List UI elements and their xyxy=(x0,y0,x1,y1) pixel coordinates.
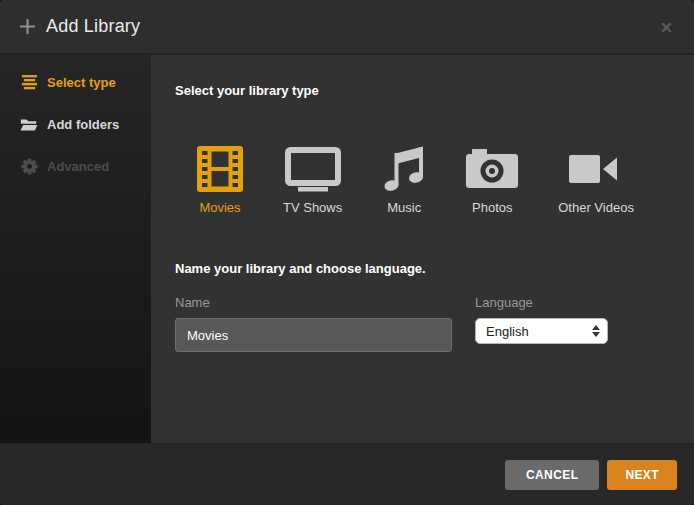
language-select[interactable]: English xyxy=(475,318,608,344)
name-field-label: Name xyxy=(175,295,452,311)
library-type-label: Other Videos xyxy=(558,200,634,215)
wizard-steps-sidebar: Select type Add folders xyxy=(0,55,151,443)
language-select-value: English xyxy=(486,324,529,339)
filmstrip-icon xyxy=(197,145,243,193)
sidebar-item-select-type[interactable]: Select type xyxy=(0,61,151,103)
library-type-label: TV Shows xyxy=(283,200,342,215)
sidebar-item-label: Add folders xyxy=(47,117,119,132)
close-icon[interactable] xyxy=(656,17,676,37)
library-type-movies[interactable]: Movies xyxy=(197,145,243,215)
library-type-label: Movies xyxy=(199,200,240,215)
library-type-label: Music xyxy=(387,200,421,215)
dialog-title: Add Library xyxy=(46,16,140,37)
updown-arrows-icon xyxy=(592,325,600,337)
camera-icon xyxy=(466,145,518,193)
type-section-heading: Select your library type xyxy=(151,55,694,99)
music-note-icon xyxy=(382,145,426,193)
sidebar-item-advanced[interactable]: Advanced xyxy=(0,145,151,187)
sidebar-item-label: Select type xyxy=(47,75,116,90)
library-type-other-videos[interactable]: Other Videos xyxy=(558,145,634,215)
library-type-photos[interactable]: Photos xyxy=(466,145,518,215)
library-type-tv-shows[interactable]: TV Shows xyxy=(283,145,342,215)
name-section-heading: Name your library and choose language. xyxy=(151,215,694,277)
list-bars-icon xyxy=(20,74,38,90)
add-library-dialog: Add Library Select type Add folders xyxy=(0,0,694,505)
main-panel: Select your library type Movies xyxy=(151,55,694,443)
plus-icon xyxy=(20,19,35,34)
sidebar-item-label: Advanced xyxy=(47,159,109,174)
folder-open-icon xyxy=(20,117,38,132)
dialog-header: Add Library xyxy=(0,0,694,55)
tv-icon xyxy=(285,145,341,193)
library-type-label: Photos xyxy=(472,200,512,215)
gear-icon xyxy=(20,158,38,175)
language-field-label: Language xyxy=(475,295,608,311)
cancel-button[interactable]: CANCEL xyxy=(505,460,599,490)
library-type-music[interactable]: Music xyxy=(382,145,426,215)
dialog-footer: CANCEL NEXT xyxy=(0,443,694,505)
next-button[interactable]: NEXT xyxy=(607,460,677,490)
library-type-row: Movies TV Shows xyxy=(151,145,694,215)
sidebar-item-add-folders[interactable]: Add folders xyxy=(0,103,151,145)
library-name-input[interactable] xyxy=(175,318,452,352)
name-language-form: Name Language English xyxy=(151,295,694,352)
video-camera-icon xyxy=(569,145,623,193)
